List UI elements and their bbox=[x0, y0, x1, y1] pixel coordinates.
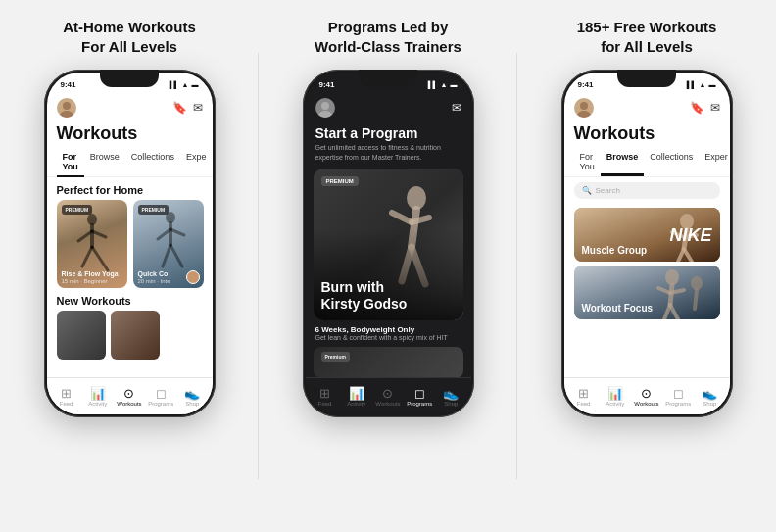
nav-label-activity-3: Activity bbox=[606, 401, 624, 407]
shop-icon-2: 👟 bbox=[443, 387, 459, 400]
nav-shop-2[interactable]: 👟 Shop bbox=[436, 387, 465, 407]
tab-browse-3[interactable]: Browse bbox=[601, 148, 645, 176]
nav-programs-1[interactable]: ◻ Programs bbox=[146, 387, 175, 407]
tab-collections-1[interactable]: Collections bbox=[125, 148, 180, 176]
bottom-nav-1: ⊞ Feed 📊 Activity ⊙ Workouts ◻ Programs bbox=[47, 377, 213, 414]
badge-premium-quick: Premium bbox=[138, 205, 170, 215]
nav-workouts-3[interactable]: ⊙ Workouts bbox=[632, 387, 661, 407]
nav-workouts-2[interactable]: ⊙ Workouts bbox=[373, 387, 403, 407]
tab-expert-3[interactable]: Exper bbox=[699, 148, 729, 176]
workout-card-yoga[interactable]: Premium Rise & Flow Yoga 15 min · Beginn… bbox=[57, 200, 127, 288]
mail-icon-2[interactable]: ✉ bbox=[452, 101, 461, 115]
second-card-badge: Premium bbox=[321, 352, 350, 362]
start-program-title: Start a Program bbox=[306, 121, 471, 143]
notch-2 bbox=[359, 70, 417, 87]
svg-point-41 bbox=[691, 276, 703, 290]
nav-feed-3[interactable]: ⊞ Feed bbox=[569, 387, 599, 407]
phone-3: 9:41 ▌▌ ▲ ▬ � bbox=[561, 70, 733, 417]
nav-label-activity-2: Activity bbox=[347, 401, 365, 407]
mail-icon-3[interactable]: ✉ bbox=[710, 101, 720, 115]
nav-feed-1[interactable]: ⊞ Feed bbox=[52, 387, 81, 407]
program-desc: Get lean & confident with a spicy mix of… bbox=[315, 334, 461, 341]
search-placeholder: Search bbox=[596, 186, 620, 195]
nav-shop-1[interactable]: 👟 Shop bbox=[177, 387, 207, 407]
app-title-1: Workouts bbox=[47, 121, 213, 148]
program-title-area: Burn with Kirsty Godso bbox=[321, 279, 456, 313]
nav-activity-3[interactable]: 📊 Activity bbox=[601, 387, 630, 407]
nav-workouts-1[interactable]: ⊙ Workouts bbox=[115, 387, 144, 407]
tab-for-you-1[interactable]: For You bbox=[57, 148, 84, 176]
panel-2-title: Programs Led by World-Class Trainers bbox=[315, 18, 461, 56]
app-header-1: 🔖 ✉ bbox=[47, 94, 213, 121]
bottom-nav-3: ⊞ Feed 📊 Activity ⊙ Workouts ◻ Programs bbox=[564, 377, 730, 414]
phone-3-screen: 9:41 ▌▌ ▲ ▬ � bbox=[564, 73, 730, 414]
programs-icon-1: ◻ bbox=[156, 387, 167, 400]
panel-1-title: At-Home Workouts For All Levels bbox=[63, 18, 196, 56]
workouts-icon-2: ⊙ bbox=[382, 387, 393, 400]
time-3: 9:41 bbox=[578, 80, 594, 89]
shop-icon-3: 👟 bbox=[702, 387, 717, 400]
workout-cards-1: Premium Rise & Flow Yoga 15 min · Beginn… bbox=[47, 200, 213, 288]
nav-activity-1[interactable]: 📊 Activity bbox=[83, 387, 113, 407]
badge-premium-yoga: Premium bbox=[62, 205, 93, 215]
search-icon-3: 🔍 bbox=[582, 186, 592, 195]
battery-icon-3: ▬ bbox=[709, 81, 716, 88]
new-workouts-row-1 bbox=[47, 311, 213, 360]
app-title-3: Workouts bbox=[564, 121, 730, 148]
svg-point-25 bbox=[580, 102, 588, 110]
tab-browse-1[interactable]: Browse bbox=[84, 148, 125, 176]
tab-expert-1[interactable]: Expe bbox=[180, 148, 213, 176]
nav-programs-3[interactable]: ◻ Programs bbox=[663, 387, 693, 407]
signal-icon-3: ▌▌ bbox=[687, 81, 697, 88]
svg-line-42 bbox=[695, 290, 697, 309]
browse-card-focus[interactable]: Workout Focus bbox=[574, 266, 720, 319]
signal-icon-2: ▌▌ bbox=[428, 81, 438, 88]
header-icons-3: 🔖 ✉ bbox=[690, 101, 720, 115]
programs-icon-2: ◻ bbox=[414, 387, 425, 400]
card-subtitle-yoga: 15 min · Beginner bbox=[62, 278, 122, 284]
nav-feed-2[interactable]: ⊞ Feed bbox=[311, 387, 340, 407]
avatar-1 bbox=[57, 98, 76, 118]
search-bar-3[interactable]: 🔍 Search bbox=[574, 182, 720, 199]
new-workout-card-2[interactable] bbox=[111, 311, 160, 360]
program-title: Burn with Kirsty Godso bbox=[321, 279, 456, 313]
mail-icon[interactable]: ✉ bbox=[193, 101, 203, 115]
program-meta: 6 Weeks, Bodyweight Only bbox=[315, 325, 461, 334]
nav-shop-3[interactable]: 👟 Shop bbox=[695, 387, 724, 407]
activity-icon-2: 📊 bbox=[349, 387, 364, 400]
bottom-nav-2: ⊞ Feed 📊 Activity ⊙ Workouts ◻ Programs bbox=[306, 377, 471, 414]
phone-1: 9:41 ▌▌ ▲ ▬ � bbox=[44, 70, 216, 417]
browse-card-muscle[interactable]: NIKE Muscle Group bbox=[574, 208, 720, 262]
nav-label-programs-3: Programs bbox=[665, 401, 691, 407]
nav-label-feed-3: Feed bbox=[577, 401, 591, 407]
status-icons-3: ▌▌ ▲ ▬ bbox=[687, 81, 716, 88]
workouts-icon-1: ⊙ bbox=[123, 387, 134, 400]
panel-2: Programs Led by World-Class Trainers 9:4… bbox=[259, 0, 517, 532]
card-info-yoga: Rise & Flow Yoga 15 min · Beginner bbox=[62, 270, 122, 284]
tab-collections-3[interactable]: Collections bbox=[644, 148, 699, 176]
card-avatar-quick bbox=[186, 270, 200, 284]
nike-logo: NIKE bbox=[669, 224, 711, 245]
avatar-3 bbox=[574, 98, 594, 118]
tab-for-you-3[interactable]: For You bbox=[574, 148, 601, 176]
workout-card-quick[interactable]: Premium Quick Co 20 min · Inte bbox=[133, 200, 204, 288]
panel-3: 185+ Free Workouts for All Levels 9:41 ▌… bbox=[517, 0, 776, 532]
nav-label-shop-1: Shop bbox=[185, 401, 199, 407]
nav-label-programs-1: Programs bbox=[148, 401, 173, 407]
bookmark-icon-3[interactable]: 🔖 bbox=[690, 101, 704, 115]
workouts-icon-3: ⊙ bbox=[641, 387, 652, 400]
nav-label-shop-2: Shop bbox=[444, 401, 458, 407]
wifi-icon-2: ▲ bbox=[441, 81, 448, 88]
svg-point-1 bbox=[60, 111, 73, 118]
program-card-second[interactable]: Premium bbox=[314, 347, 463, 378]
nav-label-feed-1: Feed bbox=[60, 401, 73, 407]
time-1: 9:41 bbox=[61, 80, 76, 89]
workout-focus-label: Workout Focus bbox=[582, 303, 654, 314]
nav-activity-2[interactable]: 📊 Activity bbox=[342, 387, 371, 407]
status-icons-1: ▌▌ ▲ ▬ bbox=[170, 81, 199, 88]
new-workout-card-1[interactable] bbox=[57, 311, 106, 360]
program-card-main[interactable]: Premium Burn with Kirsty Godso bbox=[314, 169, 463, 320]
bookmark-icon[interactable]: 🔖 bbox=[172, 101, 187, 115]
svg-point-26 bbox=[577, 111, 591, 118]
nav-programs-2[interactable]: ◻ Programs bbox=[405, 387, 434, 407]
